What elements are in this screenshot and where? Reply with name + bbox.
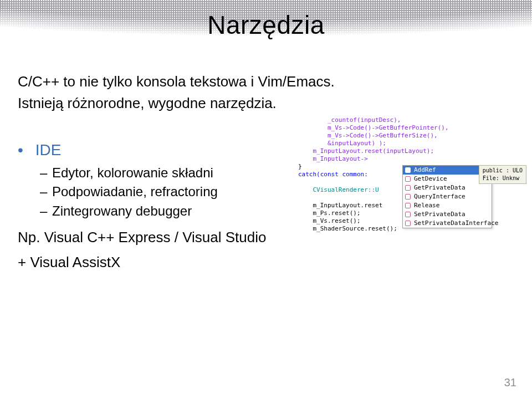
- tooltip-line-1: public : ULO: [483, 167, 523, 175]
- method-icon: [405, 194, 411, 200]
- method-icon: [405, 176, 411, 182]
- after-line-2: + Visual AssistX: [18, 253, 519, 272]
- tooltip-line-2: File: Unknw: [483, 175, 523, 182]
- bullet-ide-label: IDE: [35, 141, 62, 158]
- intro-line-2: Istnieją różnorodne, wygodne narzędzia.: [18, 94, 519, 113]
- code-top: _countof(inputDesc), m_Vs->Code()->GetBu…: [298, 116, 526, 163]
- method-icon: [405, 203, 411, 208]
- page-number: 31: [504, 376, 516, 389]
- method-icon: [405, 167, 411, 173]
- code-countof: _countof(inputDesc), m_Vs->Code()->GetBu…: [298, 116, 449, 162]
- popup-item-release[interactable]: Release: [403, 201, 492, 210]
- method-icon: [405, 212, 411, 217]
- popup-item-getprivatedata[interactable]: GetPrivateData: [403, 183, 492, 192]
- ide-screenshot: _countof(inputDesc), m_Vs->Code()->GetBu…: [298, 116, 526, 255]
- popup-item-queryinterface[interactable]: QueryInterface: [403, 192, 492, 201]
- slide-title: Narzędzia: [0, 0, 532, 40]
- method-icon: [405, 185, 411, 191]
- popup-item-setprivatedata[interactable]: SetPrivateData: [403, 210, 492, 219]
- intro-line-1: C/C++ to nie tylko konsola tekstowa i Vi…: [18, 72, 519, 91]
- popup-item-setprivatedatainterface[interactable]: SetPrivateDataInterface: [403, 219, 492, 228]
- method-icon: [405, 221, 411, 226]
- intellisense-tooltip: public : ULO File: Unknw: [479, 165, 526, 184]
